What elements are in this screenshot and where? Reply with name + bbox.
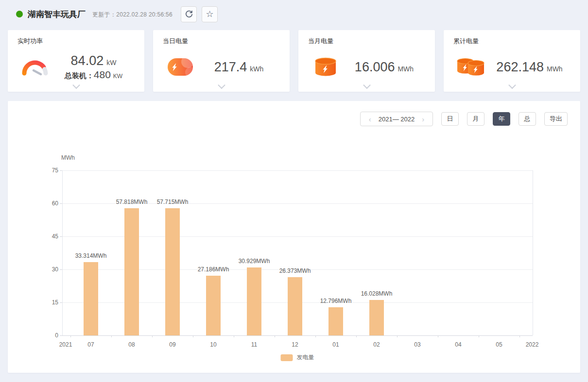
- date-range-picker[interactable]: ‹ 2021— 2022 ›: [360, 112, 433, 126]
- chart-bar-02[interactable]: [369, 300, 384, 335]
- lightning-pill-icon: [163, 58, 198, 76]
- x-axis-tick: [438, 335, 438, 337]
- dashboard-page: 湖南智丰玩具厂 更新于：2022.02.28 20:56:56 ☆ 实时功率: [0, 0, 588, 382]
- card-title: 实时功率: [17, 37, 135, 46]
- bar-value-label: 57.715MWh: [157, 199, 189, 205]
- bar-value-label: 33.314MWh: [75, 252, 107, 259]
- y-axis-tick-label: 0: [38, 332, 58, 339]
- monthly-energy-unit: MWh: [398, 65, 414, 73]
- star-icon: ☆: [206, 10, 213, 18]
- stat-cards-row: 实时功率 84.0: [8, 30, 580, 92]
- x-axis-label: 2021: [59, 341, 72, 348]
- y-axis-line: [62, 170, 63, 335]
- y-gridline: [62, 335, 533, 336]
- chart-bar-08[interactable]: [124, 208, 139, 335]
- y-axis-tick-label: 45: [38, 233, 58, 240]
- installed-capacity: 总装机： 480 KW: [65, 69, 122, 81]
- card-daily-energy: 当日电量: [153, 30, 290, 92]
- y-gridline: [62, 170, 533, 171]
- x-axis-tick: [275, 335, 275, 337]
- x-axis-label: 08: [128, 341, 135, 348]
- y-axis-unit-label: MWh: [61, 154, 75, 161]
- bar-value-label: 12.796MWh: [320, 298, 352, 304]
- x-axis-label: 03: [414, 341, 420, 348]
- legend-swatch: [281, 354, 293, 361]
- updated-timestamp: 更新于：2022.02.28 20:56:56: [92, 11, 173, 19]
- x-axis-tick: [356, 335, 357, 337]
- prev-range-icon[interactable]: ‹: [369, 116, 371, 123]
- tab-day-button[interactable]: 日: [441, 112, 459, 126]
- chart-bar-11[interactable]: [247, 267, 261, 335]
- card-title: 当日电量: [163, 37, 280, 46]
- total-energy-unit: MWh: [547, 65, 563, 73]
- chart-bar-12[interactable]: [288, 277, 302, 335]
- plant-title: 湖南智丰玩具厂: [28, 9, 86, 20]
- y-axis-tick-label: 30: [38, 266, 58, 273]
- x-axis-label: 07: [87, 341, 94, 348]
- bar-value-label: 27.186MWh: [198, 266, 229, 273]
- online-status-dot: [16, 11, 23, 17]
- x-axis-label: 09: [169, 341, 175, 348]
- chart-legend-item[interactable]: 发电量: [281, 353, 314, 362]
- card-total-energy: 累计电量: [444, 30, 580, 92]
- bar-value-label: 16.028MWh: [361, 290, 393, 297]
- daily-energy-value: 217.4: [214, 60, 247, 75]
- energy-cylinder-double-icon: [453, 57, 488, 77]
- chart-toolbar: ‹ 2021— 2022 › 日 月 年 总 导出: [360, 112, 568, 126]
- card-title: 累计电量: [453, 37, 571, 46]
- chart-bar-09[interactable]: [165, 208, 180, 335]
- realtime-power-unit: kW: [106, 59, 116, 66]
- y-axis-tick: [60, 335, 62, 336]
- x-axis-label: 2022: [526, 341, 539, 348]
- generation-chart-card: ‹ 2021— 2022 › 日 月 年 总 导出 MWh01530456075…: [8, 101, 580, 373]
- x-axis-tick: [234, 335, 234, 337]
- card-monthly-energy: 当月电量: [298, 30, 435, 92]
- y-axis-tick-label: 75: [38, 167, 58, 174]
- monthly-energy-value: 16.006: [355, 60, 395, 75]
- date-range-label: 2021— 2022: [379, 116, 415, 123]
- tab-year-button[interactable]: 年: [493, 112, 510, 126]
- daily-energy-unit: kWh: [250, 65, 263, 73]
- x-axis-label: 01: [332, 341, 339, 348]
- chart-bar-07[interactable]: [84, 262, 98, 335]
- header: 湖南智丰玩具厂 更新于：2022.02.28 20:56:56 ☆: [0, 0, 588, 28]
- card-realtime-power: 实时功率 84.0: [8, 30, 144, 92]
- plot-right-border: [533, 170, 533, 335]
- x-axis-label: 11: [251, 341, 257, 348]
- bar-value-label: 57.818MWh: [116, 199, 148, 205]
- bar-value-label: 26.373MWh: [279, 267, 311, 274]
- x-axis-label: 12: [292, 341, 298, 348]
- refresh-button[interactable]: [181, 6, 197, 22]
- bar-chart: MWh0153045607520210733.314MWh0857.818MWh…: [8, 101, 580, 373]
- x-axis-tick: [479, 335, 479, 337]
- chart-bar-01[interactable]: [329, 307, 343, 335]
- x-axis-tick: [152, 335, 153, 337]
- tab-total-button[interactable]: 总: [519, 112, 536, 126]
- chart-bar-10[interactable]: [206, 276, 221, 335]
- export-button[interactable]: 导出: [544, 112, 568, 126]
- legend-label: 发电量: [297, 353, 314, 362]
- next-range-icon[interactable]: ›: [422, 116, 424, 123]
- tab-month-button[interactable]: 月: [467, 112, 484, 126]
- x-axis-tick: [111, 335, 112, 337]
- x-axis-tick: [193, 335, 193, 337]
- x-axis-tick: [397, 335, 398, 337]
- x-axis-label: 04: [455, 341, 461, 348]
- energy-cylinder-icon: [308, 57, 343, 77]
- y-axis-tick-label: 60: [38, 200, 58, 207]
- realtime-power-value: 84.02: [71, 53, 104, 68]
- favorite-button[interactable]: ☆: [202, 6, 218, 22]
- x-axis-tick: [70, 335, 71, 337]
- bar-value-label: 30.929MWh: [239, 258, 270, 265]
- y-axis-tick-label: 15: [38, 299, 58, 306]
- total-energy-value: 262.148: [496, 60, 544, 75]
- x-axis-label: 10: [210, 341, 216, 348]
- refresh-icon: [185, 10, 193, 18]
- x-axis-label: 05: [496, 341, 502, 348]
- x-axis-tick: [519, 335, 520, 337]
- x-axis-tick: [315, 335, 316, 337]
- gauge-icon: [17, 57, 52, 77]
- card-title: 当月电量: [308, 37, 425, 46]
- x-axis-label: 02: [373, 341, 380, 348]
